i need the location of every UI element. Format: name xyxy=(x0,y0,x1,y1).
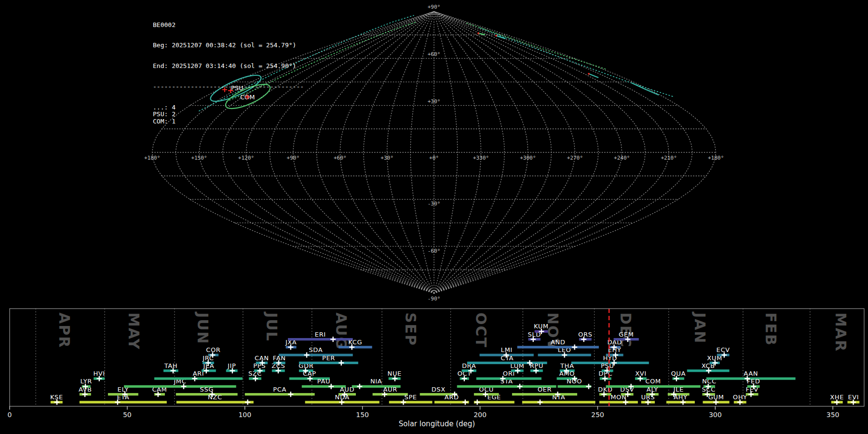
lon-label: +30° xyxy=(380,155,393,161)
count-row: ...: 4 xyxy=(153,104,304,111)
lon-label: +300° xyxy=(520,155,536,161)
shower-label: COM xyxy=(645,378,661,385)
month-label: AUG xyxy=(333,312,350,350)
shower-label: SDA xyxy=(309,346,323,353)
shower-label: KCG xyxy=(348,339,362,346)
separator-line: ---------------------------------------- xyxy=(153,83,304,90)
shower-label: PAU xyxy=(317,378,330,385)
count-row: COM: 1 xyxy=(153,118,304,125)
shower-bar-ARI xyxy=(154,378,243,380)
lon-label: +180° xyxy=(708,155,724,161)
month-label: JUN xyxy=(194,312,211,345)
shower-bar-ERI xyxy=(288,338,353,340)
meteor-trail xyxy=(632,83,659,95)
shower-label: NOO xyxy=(567,378,582,385)
shower-label: ARD xyxy=(445,393,459,401)
shower-label: ORS xyxy=(578,331,592,338)
shower-label: AAN xyxy=(744,370,758,377)
shower-bar-SPE xyxy=(389,401,433,403)
shower-label: AHY xyxy=(674,393,687,401)
shower-label: AUR xyxy=(383,386,397,393)
shower-bar-OER xyxy=(512,393,577,395)
month-label: JAN xyxy=(692,312,708,344)
shower-label: PER xyxy=(322,354,335,362)
meteor-start-dot xyxy=(495,35,497,36)
shower-label: EHY xyxy=(608,346,622,353)
shower-bar-PER xyxy=(299,362,358,364)
lat-label: +60° xyxy=(428,51,441,57)
lon-label: +210° xyxy=(661,155,677,161)
observation-info: BE0002 Beg: 20251207 00:38:42 (sol = 254… xyxy=(153,8,304,132)
shower-label: ERI xyxy=(315,331,326,338)
shower-bar-NTA xyxy=(522,401,596,403)
month-label: JUL xyxy=(263,312,280,342)
peak-marker xyxy=(245,400,250,405)
shower-bar-MON xyxy=(599,401,638,403)
station-id: BE0002 xyxy=(153,22,304,28)
shower-label: GEM xyxy=(619,331,634,338)
shower-bar-PCA xyxy=(245,393,315,395)
month-label: FEB xyxy=(762,312,779,346)
x-tick-label: 350 xyxy=(827,411,840,419)
meteor-trail xyxy=(478,33,485,35)
x-tick-label: 100 xyxy=(238,411,251,419)
shower-label: OER xyxy=(538,386,552,393)
lon-label: +60° xyxy=(334,155,347,161)
x-tick-label: 200 xyxy=(474,411,487,419)
end-time: End: 20251207 03:14:40 (sol = 254.90°) xyxy=(153,63,304,69)
x-tick-label: 300 xyxy=(709,411,722,419)
lon-label: +120° xyxy=(238,155,254,161)
lat-label: -60° xyxy=(428,248,441,254)
peak-marker xyxy=(517,384,522,389)
month-label: APR xyxy=(56,312,73,348)
meteor-observation-plot: +90°-90°+60°+30°-30°-60°+180°+150°+120°+… xyxy=(0,0,868,434)
lon-label: +180° xyxy=(144,155,160,161)
meteor-start-dot xyxy=(477,32,479,34)
lon-label: +270° xyxy=(567,155,583,161)
peak-marker xyxy=(537,400,542,405)
peak-marker xyxy=(339,360,344,366)
shower-bar-SSG xyxy=(176,393,238,395)
shower-bar-AUR xyxy=(373,393,408,395)
shower-label: QUA xyxy=(671,370,685,377)
shower-label: DSX xyxy=(432,386,446,393)
month-label: SEP xyxy=(402,312,419,346)
lon-label: +0° xyxy=(429,155,439,161)
activity-timeline: APRMAYJUNJULAUGSEPOCTNOVDECJANFEBMARKSEA… xyxy=(8,309,864,428)
shower-label: JLE xyxy=(673,386,684,393)
peak-marker xyxy=(288,392,293,397)
x-axis-title: Solar longitude (deg) xyxy=(399,420,475,428)
peak-marker xyxy=(357,384,362,389)
peak-marker xyxy=(475,400,480,405)
pole-label-north: +90° xyxy=(428,4,441,10)
shower-bar-NZC xyxy=(176,401,254,403)
shower-label: PCA xyxy=(273,386,286,393)
shower-bar-PAU xyxy=(302,385,346,388)
begin-time: Beg: 20251207 00:38:42 (sol = 254.79°) xyxy=(153,42,304,49)
pole-label-south: -90° xyxy=(428,296,441,302)
x-tick-label: 250 xyxy=(591,411,604,419)
shower-label: RPU xyxy=(530,362,543,369)
x-tick-label: 50 xyxy=(123,411,132,419)
lat-label: -30° xyxy=(428,201,441,207)
shower-label: XVI xyxy=(635,370,646,377)
shower-label: AND xyxy=(551,339,565,346)
month-label: MAY xyxy=(125,312,142,350)
shower-bar-ETA xyxy=(80,401,167,403)
shower-label: SSG xyxy=(200,386,214,393)
count-row: PSU: 2 xyxy=(153,111,304,118)
x-tick-label: 150 xyxy=(356,411,369,419)
shower-bar-JMC xyxy=(124,385,236,388)
meteor-counts: ...: 4PSU: 2COM: 1 xyxy=(153,104,304,125)
month-label: MAR xyxy=(832,312,849,352)
peak-marker xyxy=(586,384,591,389)
x-tick-label: 0 xyxy=(8,411,12,419)
lon-label: +240° xyxy=(614,155,630,161)
shower-bar-NOO xyxy=(557,385,591,388)
shower-label: JIP xyxy=(227,362,236,369)
shower-label: NZC xyxy=(208,393,222,401)
shower-label: COR xyxy=(206,346,220,353)
meteor-start-dot xyxy=(588,73,589,74)
shower-bar-ORI xyxy=(476,378,542,380)
month-label: OCT xyxy=(473,312,489,348)
